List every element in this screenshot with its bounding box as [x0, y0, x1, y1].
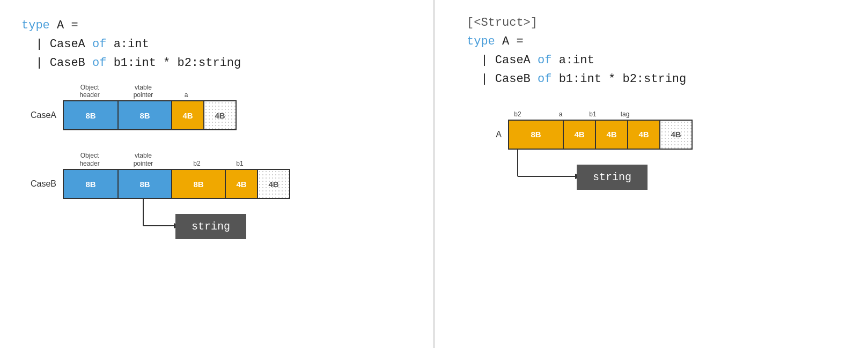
caseb-arrow-area: string	[63, 199, 401, 242]
caseb-mem-row: CaseB 8B 8B 8B 4B 4B	[21, 169, 401, 199]
struct-arrow-area: string	[491, 150, 847, 192]
label-vtable-pointer-a: vtablepointer	[116, 84, 170, 99]
struct-diagram: b2 a b1 tag A 8B 4B 4B 4B 4B string	[467, 110, 847, 192]
casea-mem-row: CaseA 8B 8B 4B 4B	[21, 100, 401, 130]
caseb-arrow-svg	[63, 199, 181, 242]
panel-divider	[433, 0, 435, 348]
label-a-struct: a	[545, 110, 577, 118]
right-panel: [<Struct>] type A = | CaseA of a:int | C…	[445, 0, 868, 348]
block-8b-2-caseb: 8B	[117, 170, 171, 198]
block-4b-pad-caseb: 4B	[257, 170, 289, 198]
caseb-blocks: 8B 8B 8B 4B 4B	[63, 169, 290, 199]
right-code: type A = | CaseA of a:int | CaseB of b1:…	[467, 32, 847, 89]
label-b1-struct: b1	[577, 110, 609, 118]
struct-annotation: [<Struct>]	[467, 16, 847, 29]
struct-arrow-svg	[491, 150, 582, 192]
block-4b-b1-struct: 4B	[595, 121, 627, 149]
struct-blocks: 8B 4B 4B 4B 4B	[508, 120, 693, 150]
keyword-of-caseb-right: of	[538, 72, 551, 86]
block-8b-2-casea: 8B	[117, 101, 171, 129]
keyword-of-casea-right: of	[538, 54, 551, 67]
casea-diagram: Objectheader vtablepointer a CaseA 8B 8B…	[21, 84, 401, 131]
label-object-header-b: Objectheader	[63, 152, 116, 167]
label-b2-struct: b2	[491, 110, 545, 118]
block-8b-1-casea: 8B	[64, 101, 117, 129]
keyword-type-left: type	[21, 19, 50, 32]
block-4b-a-struct: 4B	[563, 121, 595, 149]
left-diagrams: Objectheader vtablepointer a CaseA 8B 8B…	[21, 84, 401, 242]
casea-blocks: 8B 8B 4B 4B	[63, 100, 237, 130]
label-object-header-a: Objectheader	[63, 84, 116, 99]
block-4b-tag-struct: 4B	[627, 121, 659, 149]
block-4b-pad-casea: 4B	[203, 101, 236, 129]
label-tag-struct: tag	[609, 110, 641, 118]
block-4b-a-casea: 4B	[171, 101, 203, 129]
block-4b-pad-struct: 4B	[659, 121, 692, 149]
block-8b-b2-struct: 8B	[509, 121, 563, 149]
code-line1-rest-left: A =	[50, 19, 78, 32]
struct-string-box: string	[577, 165, 648, 190]
label-vtable-pointer-b: vtablepointer	[116, 152, 170, 167]
block-8b-b2-caseb: 8B	[171, 170, 225, 198]
left-panel: type A = | CaseA of a:int | CaseB of b1:…	[0, 0, 423, 348]
keyword-type-right: type	[467, 35, 495, 48]
label-b2-b: b2	[170, 160, 224, 167]
block-4b-b1-caseb: 4B	[225, 170, 257, 198]
block-8b-1-caseb: 8B	[64, 170, 117, 198]
label-a-a: a	[170, 91, 202, 99]
caseb-diagram: Objectheader vtablepointer b2 b1 CaseB 8…	[21, 152, 401, 242]
left-code: type A = | CaseA of a:int | CaseB of b1:…	[21, 16, 401, 73]
struct-mem-row: A 8B 4B 4B 4B 4B	[467, 120, 847, 150]
code-line1-rest-right: A =	[495, 35, 524, 48]
casea-label: CaseA	[21, 110, 56, 120]
keyword-of-casea-left: of	[92, 38, 106, 51]
struct-label: A	[467, 130, 502, 139]
label-b1-b: b1	[224, 160, 256, 167]
caseb-label: CaseB	[21, 179, 56, 189]
keyword-of-caseb-left: of	[92, 56, 106, 70]
caseb-string-box: string	[175, 214, 246, 239]
